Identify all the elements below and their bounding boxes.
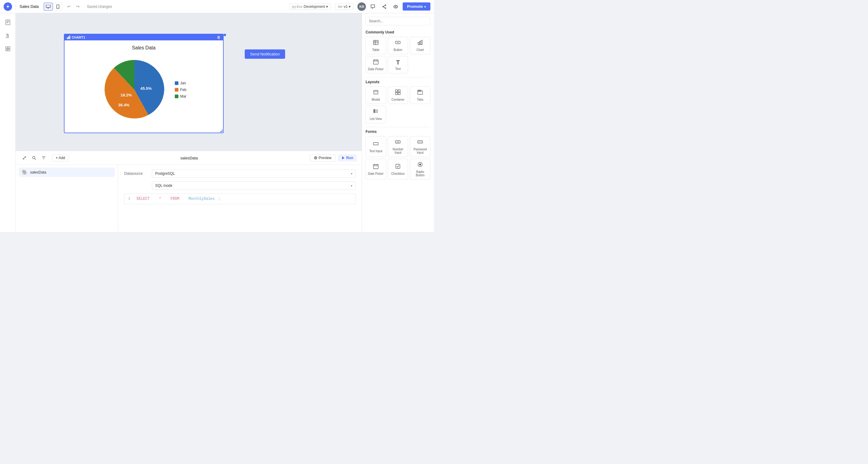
pie-legend: Jan Feb Mar [175,81,187,98]
svg-line-33 [315,158,316,158]
query-name-label: salesData [181,156,198,160]
desktop-view-button[interactable] [44,3,53,10]
text-component-item[interactable]: T Text [388,56,408,73]
svg-rect-35 [373,40,378,44]
datasource-select[interactable]: PostgreSQL ▾ [152,169,355,178]
svg-point-70 [421,142,422,142]
chart-delete-button[interactable]: 🗑 [217,35,221,39]
canvas-area[interactable]: CHART1 🗑 Sales Data [16,13,362,232]
datepicker-component-item[interactable]: Date Picker [366,56,386,73]
forms-datepicker-item[interactable]: Date Picker [366,159,386,180]
svg-line-8 [384,7,385,8]
add-query-button[interactable]: + Add [53,154,68,161]
pie-label-mar: 18.2% [120,93,132,97]
tabs-component-item[interactable]: Tabs [410,87,430,104]
svg-point-26 [33,156,35,159]
search-section [362,13,434,29]
radio-component-item[interactable]: Radio Button [410,159,430,180]
sql-mode-select[interactable]: SQL mode ▾ [152,181,355,190]
panel-tool-search[interactable] [30,154,38,162]
version-selector[interactable]: Ver v1 ▾ [335,3,353,10]
bottom-panel-header: + Add salesData Preview Run [16,151,362,164]
svg-rect-19 [8,49,10,51]
components-icon[interactable] [2,43,13,54]
text-input-label: Text Input [369,150,382,153]
sqlmode-chevron-icon: ▾ [351,184,352,187]
layouts-section: Layouts Modal Container [362,79,434,126]
svg-rect-50 [396,90,398,92]
saved-status: Saved changes [87,4,112,9]
listview-component-item[interactable]: List View [366,106,386,123]
svg-line-27 [35,158,36,160]
ver-prefix-label: Ver [338,5,343,8]
commonly-used-section: Commonly Used Table Button [362,29,434,76]
resize-handle[interactable] [220,129,222,132]
text-label: Text [395,67,401,70]
datasource-chevron-icon: ▾ [351,172,352,175]
pie-label-feb: 36.4% [118,103,130,107]
send-notification-button[interactable]: Send Notification [245,50,285,59]
forms-datepicker-icon [373,163,379,171]
queries-icon[interactable] [2,30,13,41]
pages-icon[interactable] [2,17,13,28]
app-title: Sales Data [20,4,39,9]
redo-button[interactable]: ↪ [74,3,82,10]
datasource-row: Datasource PostgreSQL ▾ [124,169,355,178]
env-selector[interactable]: (x) Env Development ▾ [289,3,331,10]
svg-text:12: 12 [397,141,399,143]
button-component-item[interactable]: Button [388,37,408,54]
checkbox-label: Checkbox [391,172,404,175]
panel-tool-pin[interactable] [21,154,28,162]
forms-section: Forms Text Input 12 Number Input [362,128,434,182]
svg-rect-42 [420,41,421,44]
sqlmode-row: SQL mode ▾ [124,181,355,190]
panel-tool-filter[interactable] [40,154,48,162]
left-sidebar [0,13,16,232]
chat-icon-button[interactable] [368,2,377,11]
run-button[interactable]: Run [338,154,357,161]
number-input-component-item[interactable]: 12 Number Input [388,136,408,157]
text-input-component-item[interactable]: Text Input [366,136,386,157]
table-component-item[interactable]: Table [366,37,386,54]
button-label: Button [394,48,402,52]
chart-component[interactable]: CHART1 🗑 Sales Data [64,34,224,133]
share-icon-button[interactable] [380,2,389,11]
bottom-panel-body: 🐘 salesData Datasource PostgreSQL ▾ [16,164,362,232]
component-search-input[interactable] [366,17,430,25]
panel-tools [21,154,48,162]
svg-point-9 [395,6,396,7]
password-input-component-item[interactable]: Password Input [410,136,430,157]
preview-icon-button[interactable] [391,2,400,11]
svg-point-3 [58,7,58,8]
svg-rect-22 [69,36,70,39]
svg-rect-71 [373,164,378,169]
forms-title: Forms [366,129,430,134]
sql-editor[interactable]: 1 SELECT * FROM MonthlySales ; [124,193,355,204]
chart-icon [417,39,423,47]
svg-rect-21 [68,36,69,39]
container-component-item[interactable]: Container [388,87,408,104]
checkbox-component-item[interactable]: Checkbox [388,159,408,180]
password-input-label: Password Input [411,148,429,154]
ver-chevron-icon: ▾ [349,4,350,9]
salesdata-query-item[interactable]: 🐘 salesData [19,167,115,177]
tabs-icon [417,89,423,97]
chart-component-item[interactable]: Chart [410,37,430,54]
svg-point-68 [418,142,419,142]
svg-point-5 [383,6,384,7]
undo-button[interactable]: ↩ [65,3,73,10]
forms-datepicker-label: Date Picker [368,172,384,175]
chart-corner-handle[interactable] [224,34,226,36]
modal-component-item[interactable]: Modal [366,87,386,104]
preview-button[interactable]: Preview [310,154,336,161]
env-value-label: Development [304,4,325,9]
mobile-view-button[interactable] [53,3,62,10]
ver-value-label: v1 [344,4,348,9]
svg-point-69 [420,142,421,142]
svg-rect-0 [46,5,50,7]
svg-rect-43 [421,40,422,44]
promote-button[interactable]: Promote » [403,2,430,10]
query-item-label: salesData [30,170,46,175]
button-icon [395,39,401,47]
svg-rect-55 [418,90,419,91]
